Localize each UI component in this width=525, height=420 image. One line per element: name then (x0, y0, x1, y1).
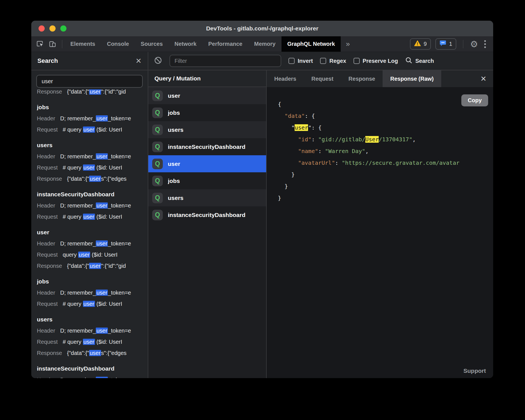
copy-button[interactable]: Copy (461, 94, 488, 106)
query-rows: QuserQjobsQusersQinstanceSecurityDashboa… (148, 87, 266, 378)
query-row-users[interactable]: Qusers (148, 189, 266, 206)
checkbox-box-invert[interactable] (288, 58, 295, 64)
query-row-jobs[interactable]: Qjobs (148, 172, 266, 189)
settings-gear-icon[interactable]: ⚙ (470, 40, 478, 49)
tab-performance[interactable]: Performance (202, 36, 248, 52)
result-line: HeaderD; remember_user_token=e (37, 287, 148, 298)
result-line-text: {"data":{" (67, 176, 89, 182)
query-row-jobs[interactable]: Qjobs (148, 104, 266, 121)
detail-tab-response[interactable]: Response (341, 70, 383, 87)
result-line-text: D; remember_ (60, 328, 96, 334)
detail-tab-request[interactable]: Request (304, 70, 341, 87)
search-match-highlight: user (89, 89, 101, 95)
search-result[interactable]: usersHeaderD; remember_user_token=eReque… (37, 314, 148, 359)
tab-network[interactable]: Network (169, 36, 202, 52)
query-label: users (168, 127, 183, 133)
search-input[interactable] (36, 75, 143, 88)
result-line: Response{"data":{"user":{"id":"gid (37, 260, 148, 271)
block-filter-icon[interactable] (154, 56, 162, 66)
result-line-text: _token=e (108, 377, 131, 378)
json-token (278, 159, 298, 166)
search-result[interactable]: instanceSecurityDashboardHeaderD; rememb… (37, 363, 148, 378)
result-line: HeaderD; remember_user_token=e (37, 238, 148, 249)
search-icon (405, 57, 412, 65)
json-token: : (318, 148, 325, 154)
json-line: "user": { (278, 122, 493, 133)
query-row-user[interactable]: Quser (148, 87, 266, 104)
checkbox-box-regex[interactable] (320, 58, 326, 64)
query-row-user[interactable]: Quser (148, 155, 266, 172)
search-result[interactable]: jobsHeaderD; remember_user_token=eReques… (37, 102, 148, 135)
result-line: Request# query user ($id: UserI (37, 124, 148, 135)
filter-input[interactable] (170, 55, 281, 67)
query-badge-icon: Q (152, 125, 163, 135)
tab-console[interactable]: Console (101, 36, 135, 52)
more-tabs-chevron-icon[interactable]: » (341, 36, 355, 52)
checkbox-invert[interactable]: Invert (288, 58, 313, 64)
result-line-label: Response (37, 263, 62, 269)
query-row-users[interactable]: Qusers (148, 121, 266, 138)
search-match-highlight: user (96, 202, 108, 209)
minimize-window-button[interactable] (49, 25, 56, 32)
close-window-button[interactable] (39, 25, 45, 32)
close-detail-icon[interactable]: ✕ (480, 75, 493, 82)
more-options-icon[interactable] (483, 40, 488, 48)
detail-tab-headers[interactable]: Headers (267, 70, 304, 87)
query-row-instancesecuritydashboard[interactable]: QinstanceSecurityDashboard (148, 138, 266, 155)
query-label: user (168, 161, 180, 167)
warning-icon (414, 40, 421, 48)
detail-panel: HeadersRequestResponseResponse (Raw)✕ Co… (267, 70, 493, 378)
result-line: HeaderD; remember_user_token=e (37, 374, 148, 378)
result-line-text: ($id: UserI (95, 301, 122, 307)
result-line-text: _token=e (108, 115, 131, 121)
tab-graphql-network[interactable]: GraphQL Network (281, 36, 341, 52)
result-line-text: D; remember_ (60, 153, 96, 159)
search-match-highlight: user (83, 127, 95, 133)
search-match-highlight: user (83, 214, 95, 220)
result-line-label: Response (37, 89, 62, 95)
warnings-badge[interactable]: 9 (410, 38, 431, 50)
zoom-window-button[interactable] (60, 25, 66, 32)
close-search-icon[interactable]: ✕ (135, 57, 142, 65)
checkbox-preserve-log[interactable]: Preserve Log (354, 58, 398, 64)
result-line-label: Request (37, 164, 58, 171)
window-title: DevTools - gitlab.com/-/graphql-explorer (31, 25, 493, 32)
checkbox-regex[interactable]: Regex (320, 58, 346, 64)
json-token: "avatarUrl" (298, 159, 335, 166)
query-badge-icon: Q (152, 90, 163, 101)
response-raw-view: Copy { "data": { "user": { "id": "gid://… (267, 87, 493, 378)
tab-memory[interactable]: Memory (248, 36, 281, 52)
search-match-highlight: user (96, 153, 108, 159)
checkbox-box-preserve-log[interactable] (354, 58, 360, 64)
result-line-text: _token=e (108, 328, 131, 334)
tab-elements[interactable]: Elements (65, 36, 101, 52)
search-match-highlight: user (96, 377, 108, 378)
tab-sources[interactable]: Sources (135, 36, 169, 52)
query-badge-icon: Q (152, 159, 163, 169)
checkbox-label: Invert (298, 58, 313, 64)
json-token: } (278, 195, 281, 201)
search-match-highlight: user (89, 263, 101, 269)
search-result[interactable]: userHeaderD; remember_user_token=eReques… (37, 227, 148, 271)
result-line-label: Response (37, 350, 62, 356)
search-result[interactable]: jobsHeaderD; remember_user_token=eReques… (37, 276, 148, 309)
result-line-label: Header (37, 202, 55, 209)
search-toggle-button[interactable]: Search (405, 57, 434, 65)
detail-tab-response-raw[interactable]: Response (Raw) (383, 70, 441, 87)
result-line-text: D; remember_ (60, 115, 96, 121)
messages-badge[interactable]: 1 (435, 38, 456, 50)
result-line-text: ":{"id":"gid (101, 89, 126, 95)
result-title: users (37, 314, 148, 325)
query-list-title: Query / Mutation (148, 70, 266, 87)
json-line: } (278, 180, 493, 192)
query-badge-icon: Q (152, 176, 163, 186)
search-result[interactable]: usersHeaderD; remember_user_token=eReque… (37, 140, 148, 184)
search-result[interactable]: instanceSecurityDashboardHeaderD; rememb… (37, 189, 148, 222)
query-row-instancesecuritydashboard[interactable]: QinstanceSecurityDashboard (148, 206, 266, 223)
json-token: , (412, 136, 416, 143)
search-result[interactable]: Response{"data":{"user":{"id":"gid (37, 89, 148, 97)
result-title: instanceSecurityDashboard (37, 363, 148, 374)
support-link[interactable]: Support (464, 367, 486, 374)
device-toolbar-icon[interactable] (49, 40, 56, 48)
inspect-element-icon[interactable] (36, 40, 44, 48)
